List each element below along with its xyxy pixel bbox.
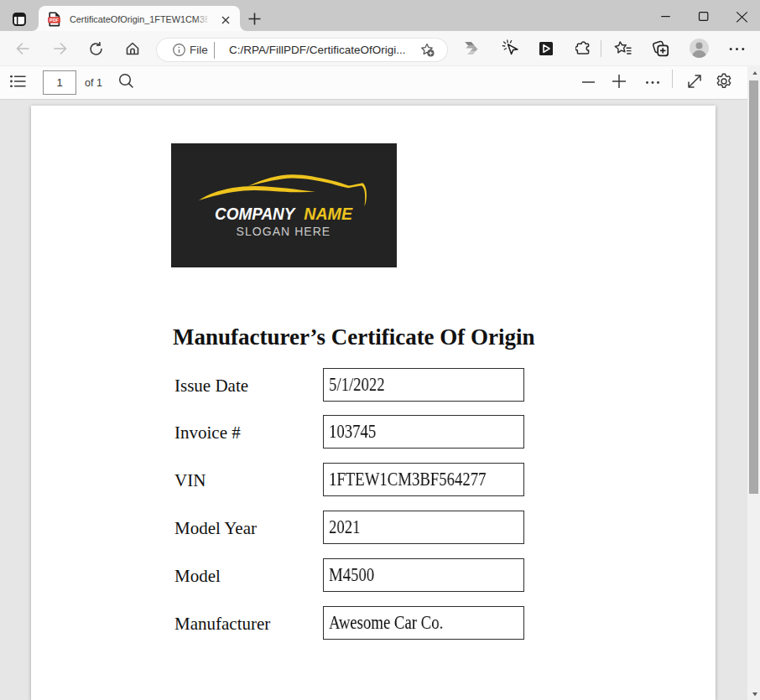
svg-text:NAME: NAME bbox=[304, 205, 353, 223]
svg-text:COMPANY: COMPANY bbox=[215, 205, 296, 223]
svg-text:SLOGAN HERE: SLOGAN HERE bbox=[237, 225, 331, 238]
svg-text:PDF: PDF bbox=[49, 18, 59, 23]
